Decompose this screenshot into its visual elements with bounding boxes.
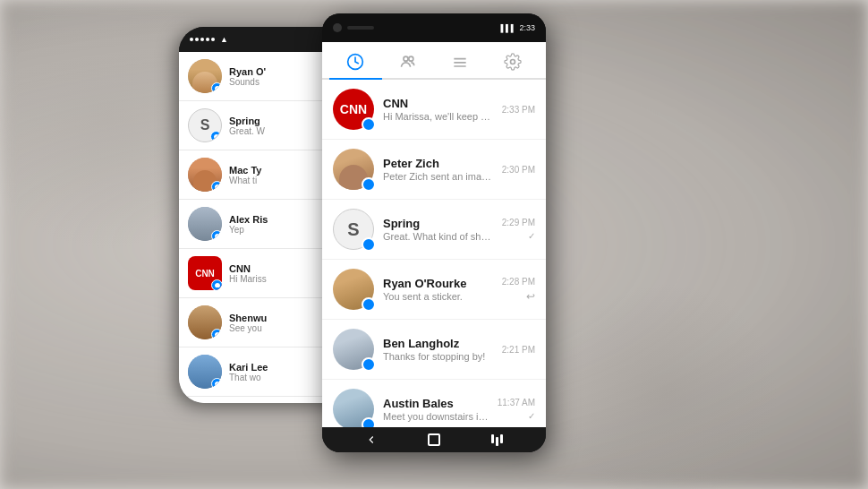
messenger-badge	[211, 230, 222, 241]
avatar: CNN	[188, 256, 222, 290]
tab-list[interactable]	[434, 42, 487, 78]
contact-name: CNN	[383, 97, 493, 110]
read-receipt: ✓	[528, 411, 535, 421]
signal-dots	[190, 38, 215, 41]
android-bottom-bar	[322, 427, 546, 452]
speaker	[347, 26, 374, 30]
android-top-bar: ▌▌▌ 2:33	[322, 13, 546, 42]
settings-icon	[504, 53, 522, 71]
messenger-badge	[362, 297, 376, 312]
contact-info: Ben Langholz Thanks for stopping by!	[383, 337, 493, 362]
list-item[interactable]: Peter Zich Peter Zich sent an image. 2:3…	[322, 140, 546, 200]
people-icon	[399, 53, 417, 71]
android-device: ▌▌▌ 2:33	[322, 13, 546, 452]
message-meta: 2:30 PM	[502, 165, 535, 175]
avatar	[333, 149, 374, 190]
messenger-badge	[362, 417, 376, 427]
list-icon	[451, 53, 469, 71]
message-preview: Meet you downstairs in 15 mi...	[383, 411, 489, 422]
read-receipt: ✓	[528, 231, 535, 241]
tab-settings[interactable]	[487, 42, 540, 78]
avatar	[188, 355, 222, 389]
android-camera-area	[333, 23, 374, 32]
message-time: 2:28 PM	[502, 277, 535, 287]
contact-name: Ryan O'Rourke	[383, 277, 493, 290]
messenger-badge	[211, 329, 222, 339]
list-item[interactable]: S Spring Great. What kind of shoes? 2:29…	[322, 200, 546, 260]
messenger-badge	[362, 237, 376, 252]
svg-point-1	[404, 56, 408, 61]
wifi-icon: ▲	[220, 35, 228, 44]
message-meta: 2:33 PM	[502, 105, 535, 115]
message-preview: Hi Marissa, we'll keep you up...	[383, 111, 493, 122]
avatar-letter: S	[200, 117, 210, 133]
messenger-badge	[211, 82, 222, 93]
contact-name: Austin Bales	[383, 397, 489, 410]
message-preview: Great. What kind of shoes?	[383, 231, 493, 242]
avatar	[188, 207, 222, 241]
tab-people[interactable]	[382, 42, 435, 78]
contact-name: Ben Langholz	[383, 337, 493, 350]
list-item[interactable]: Ben Langholz Thanks for stopping by! 2:2…	[322, 320, 546, 380]
tab-recent[interactable]	[329, 42, 382, 78]
avatar	[333, 389, 374, 427]
scene: ▲ Ryan O' Sounds	[0, 0, 868, 489]
front-camera	[333, 23, 342, 32]
contact-info: CNN Hi Marissa, we'll keep you up...	[383, 97, 493, 122]
messenger-badge	[211, 378, 222, 389]
contact-info: Austin Bales Meet you downstairs in 15 m…	[383, 397, 489, 422]
avatar	[188, 305, 222, 339]
messenger-badge	[211, 181, 222, 192]
message-time: 2:30 PM	[502, 165, 535, 175]
message-preview: Thanks for stopping by!	[383, 351, 493, 362]
avatar: CNN	[333, 89, 374, 130]
svg-point-6	[510, 60, 515, 64]
message-meta: 2:28 PM ↩	[502, 277, 535, 303]
avatar	[188, 59, 222, 93]
android-status-bar: ▌▌▌ 2:33	[500, 23, 535, 32]
messenger-badge	[362, 177, 376, 192]
message-preview: You sent a sticker.	[383, 291, 493, 302]
message-time: 2:29 PM	[502, 218, 535, 227]
messenger-badge	[211, 279, 222, 290]
message-time: 2:33 PM	[502, 105, 535, 115]
avatar: S	[188, 108, 222, 142]
list-item[interactable]: Ryan O'Rourke You sent a sticker. 2:28 P…	[322, 260, 546, 320]
contact-info: Spring Great. What kind of shoes?	[383, 217, 493, 242]
message-preview: Peter Zich sent an image.	[383, 171, 493, 182]
messenger-badge	[362, 117, 376, 132]
list-item[interactable]: Austin Bales Meet you downstairs in 15 m…	[322, 380, 546, 427]
avatar: S	[333, 209, 374, 250]
clock-icon	[346, 53, 364, 71]
list-item[interactable]: CNN CNN Hi Marissa, we'll keep you up...…	[322, 80, 546, 140]
contact-info: Ryan O'Rourke You sent a sticker.	[383, 277, 493, 302]
home-button[interactable]	[428, 433, 440, 446]
recents-button[interactable]	[491, 434, 503, 446]
time-display: 2:33	[519, 23, 535, 32]
message-meta: 2:21 PM	[502, 345, 535, 355]
avatar	[188, 158, 222, 192]
messenger-badge	[210, 131, 222, 142]
messenger-badge	[362, 357, 376, 372]
contact-name: Peter Zich	[383, 157, 493, 170]
back-button[interactable]	[365, 433, 378, 446]
android-conversation-list: CNN CNN Hi Marissa, we'll keep you up...…	[322, 80, 546, 427]
contact-name: Spring	[383, 217, 493, 230]
avatar	[333, 269, 374, 310]
svg-point-2	[409, 56, 413, 61]
message-time: 11:37 AM	[498, 398, 535, 408]
message-meta: 11:37 AM ✓	[498, 398, 535, 421]
contact-info: Peter Zich Peter Zich sent an image.	[383, 157, 493, 182]
android-screen: CNN CNN Hi Marissa, we'll keep you up...…	[322, 42, 546, 427]
message-meta: 2:29 PM ✓	[502, 218, 535, 241]
message-time: 2:21 PM	[502, 345, 535, 355]
avatar	[333, 329, 374, 370]
signal-icon: ▌▌▌	[500, 24, 515, 32]
read-receipt: ↩	[526, 290, 535, 303]
nav-tabs	[322, 42, 546, 80]
